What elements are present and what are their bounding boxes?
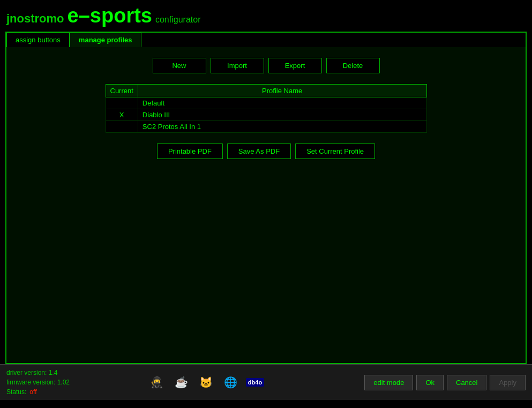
cell-current <box>106 121 138 133</box>
col-header-current: Current <box>106 85 138 97</box>
app-title: e–sports <box>68 4 152 27</box>
cell-current: X <box>106 109 138 121</box>
new-button[interactable]: New <box>153 58 206 73</box>
java-icon: ☕ <box>170 372 192 393</box>
profiles-list: DefaultXDiablo IIISC2 Protos All In 1 <box>106 97 426 133</box>
tab-assign-buttons[interactable]: assign buttons <box>6 33 70 47</box>
app-header: jnostromo e–sports configurator <box>0 0 532 32</box>
brand-name: jnostromo <box>6 12 64 26</box>
footer: driver version: 1.4 firmware version: 1.… <box>0 364 532 400</box>
cell-current <box>106 97 138 109</box>
footer-buttons: edit mode Ok Cancel Apply <box>364 375 526 390</box>
main-content: assign buttons manage profiles New Impor… <box>5 32 527 364</box>
table-row[interactable]: XDiablo III <box>106 109 426 121</box>
network-icon: 🌐 <box>220 372 241 393</box>
bottom-toolbar: Printable PDF Save As PDF Set Current Pr… <box>17 143 515 159</box>
cat-icon: 🐱 <box>195 372 216 393</box>
cell-profile-name: SC2 Protos All In 1 <box>138 121 426 133</box>
set-current-profile-button[interactable]: Set Current Profile <box>295 143 375 159</box>
ok-button[interactable]: Ok <box>416 375 444 390</box>
ninja-icon: 🥷 <box>146 372 167 393</box>
save-as-pdf-button[interactable]: Save As PDF <box>227 143 291 159</box>
apply-button[interactable]: Apply <box>490 375 526 390</box>
printable-pdf-button[interactable]: Printable PDF <box>157 143 223 159</box>
delete-button[interactable]: Delete <box>326 58 380 73</box>
table-row[interactable]: SC2 Protos All In 1 <box>106 121 426 133</box>
col-header-name: Profile Name <box>138 85 426 97</box>
cell-profile-name: Default <box>138 97 426 109</box>
driver-version: driver version: 1.4 <box>6 369 146 376</box>
footer-icons: 🥷 ☕ 🐱 🌐 db4o <box>146 372 364 393</box>
tab-manage-profiles[interactable]: manage profiles <box>70 33 141 47</box>
firmware-version: firmware version: 1.02 <box>6 379 146 386</box>
profile-toolbar: New Import Export Delete <box>17 58 515 73</box>
cancel-button[interactable]: Cancel <box>447 375 486 390</box>
app-subtitle: configurator <box>155 15 201 25</box>
tab-content-manage-profiles: New Import Export Delete Current Profile… <box>6 47 526 363</box>
edit-mode-button[interactable]: edit mode <box>364 375 413 390</box>
table-row[interactable]: Default <box>106 97 426 109</box>
tab-bar: assign buttons manage profiles <box>6 33 526 47</box>
db40-icon: db4o <box>244 372 266 393</box>
cell-profile-name: Diablo III <box>138 109 426 121</box>
status-row: Status: off <box>6 388 146 396</box>
import-button[interactable]: Import <box>211 58 264 73</box>
profiles-table: Current Profile Name DefaultXDiablo IIIS… <box>106 84 427 133</box>
footer-info: driver version: 1.4 firmware version: 1.… <box>6 369 146 396</box>
export-button[interactable]: Export <box>268 58 322 73</box>
status-value: off <box>29 388 36 396</box>
status-label: Status: <box>6 388 26 396</box>
